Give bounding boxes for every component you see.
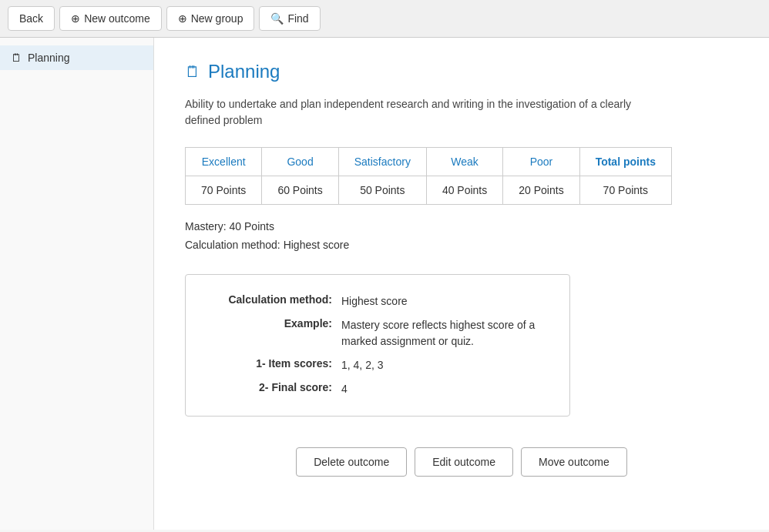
- back-button[interactable]: Back: [8, 6, 55, 31]
- example-value: Mastery score reflects highest score of …: [341, 317, 546, 350]
- mastery-text: Mastery: 40 Points: [185, 220, 738, 233]
- find-button[interactable]: 🔍 Find: [259, 6, 320, 31]
- cell-excellent: 70 Points: [186, 176, 262, 205]
- cell-good: 60 Points: [262, 176, 338, 205]
- example-label: Example:: [209, 317, 332, 330]
- cell-poor: 20 Points: [503, 176, 579, 205]
- back-label: Back: [19, 12, 43, 25]
- item-scores-label: 1- Item scores:: [209, 357, 332, 370]
- item-scores-value: 1, 4, 2, 3: [341, 357, 383, 373]
- plus-icon: ⊕: [71, 12, 80, 25]
- sidebar-item-planning[interactable]: 🗒 Planning: [0, 45, 153, 70]
- cell-weak: 40 Points: [426, 176, 502, 205]
- final-score-label: 2- Final score:: [209, 381, 332, 393]
- delete-outcome-button[interactable]: Delete outcome: [296, 447, 407, 477]
- calc-method-value: Highest score: [341, 293, 408, 309]
- description: Ability to undertake and plan independen…: [185, 96, 647, 129]
- planning-icon: 🗒: [11, 52, 22, 64]
- new-group-button[interactable]: ⊕ New group: [166, 6, 255, 31]
- info-row-final-score: 2- Final score: 4: [209, 381, 546, 397]
- page-title-container: 🗒 Planning: [185, 61, 738, 82]
- col-total-points: Total points: [579, 148, 671, 176]
- info-row-example: Example: Mastery score reflects highest …: [209, 317, 546, 350]
- new-outcome-label: New outcome: [84, 12, 150, 25]
- toolbar: Back ⊕ New outcome ⊕ New group 🔍 Find: [0, 0, 769, 38]
- table-row: 70 Points 60 Points 50 Points 40 Points …: [186, 176, 672, 205]
- col-poor: Poor: [503, 148, 579, 176]
- page-title: Planning: [208, 61, 280, 82]
- find-label: Find: [287, 12, 308, 25]
- col-good: Good: [262, 148, 338, 176]
- action-buttons: Delete outcome Edit outcome Move outcome: [185, 447, 738, 477]
- info-row-calc-method: Calculation method: Highest score: [209, 293, 546, 309]
- new-group-label: New group: [191, 12, 243, 25]
- cell-satisfactory: 50 Points: [338, 176, 426, 205]
- table-header-row: Excellent Good Satisfactory Weak Poor To…: [186, 148, 672, 176]
- cell-total: 70 Points: [579, 176, 671, 205]
- page-title-icon: 🗒: [185, 63, 200, 81]
- new-outcome-button[interactable]: ⊕ New outcome: [59, 6, 162, 31]
- info-row-item-scores: 1- Item scores: 1, 4, 2, 3: [209, 357, 546, 373]
- layout: 🗒 Planning 🗒 Planning Ability to underta…: [0, 38, 769, 530]
- plus-icon: ⊕: [178, 12, 187, 25]
- points-table: Excellent Good Satisfactory Weak Poor To…: [185, 147, 672, 205]
- delete-outcome-label: Delete outcome: [314, 456, 389, 468]
- edit-outcome-button[interactable]: Edit outcome: [415, 447, 513, 477]
- main-content: 🗒 Planning Ability to undertake and plan…: [154, 38, 769, 530]
- search-icon: 🔍: [270, 12, 284, 25]
- info-box: Calculation method: Highest score Exampl…: [185, 274, 570, 417]
- move-outcome-button[interactable]: Move outcome: [521, 447, 627, 477]
- sidebar: 🗒 Planning: [0, 38, 154, 530]
- calc-method-label: Calculation method:: [209, 293, 332, 306]
- col-satisfactory: Satisfactory: [338, 148, 426, 176]
- calculation-method-text: Calculation method: Highest score: [185, 239, 738, 251]
- move-outcome-label: Move outcome: [539, 456, 609, 468]
- edit-outcome-label: Edit outcome: [432, 456, 495, 468]
- col-excellent: Excellent: [186, 148, 262, 176]
- col-weak: Weak: [426, 148, 502, 176]
- final-score-value: 4: [341, 381, 348, 397]
- sidebar-item-label: Planning: [28, 52, 70, 64]
